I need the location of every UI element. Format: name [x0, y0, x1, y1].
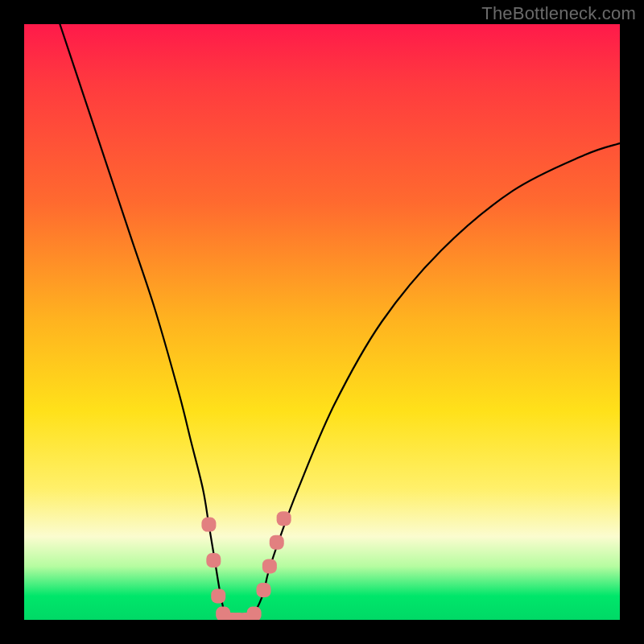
marker-point: [211, 588, 225, 603]
marker-point: [201, 518, 216, 532]
marker-point: [256, 583, 270, 597]
marker-point: [247, 607, 262, 620]
chart-overlay: [24, 24, 620, 620]
bottleneck-curve: [60, 24, 620, 620]
chart-frame: TheBottleneck.com: [0, 0, 644, 644]
marker-point: [262, 559, 277, 573]
watermark-text: TheBottleneck.com: [481, 3, 636, 24]
highlighted-points: [201, 511, 291, 620]
plot-area: [24, 24, 620, 620]
marker-point: [277, 511, 291, 526]
marker-point: [206, 553, 221, 568]
marker-point: [270, 535, 284, 550]
